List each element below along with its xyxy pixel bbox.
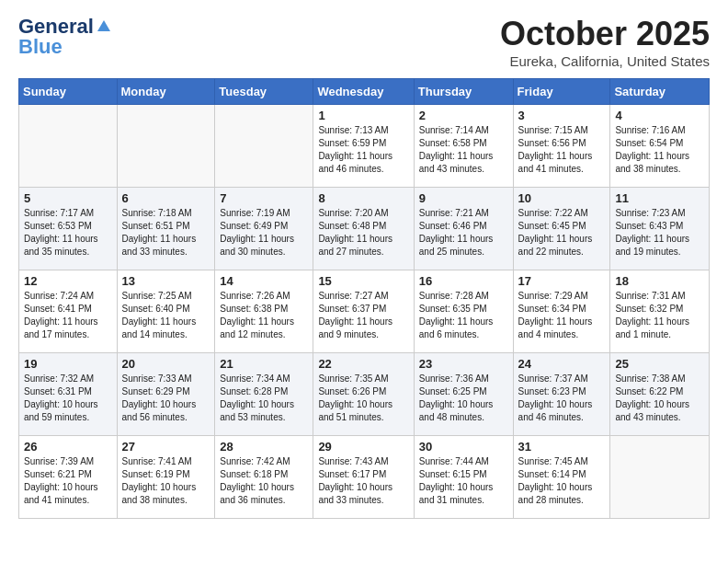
calendar-cell: 6Sunrise: 7:18 AM Sunset: 6:51 PM Daylig… bbox=[117, 188, 215, 270]
calendar-cell bbox=[215, 105, 313, 188]
calendar-cell: 2Sunrise: 7:14 AM Sunset: 6:58 PM Daylig… bbox=[414, 105, 513, 188]
day-info: Sunrise: 7:34 AM Sunset: 6:28 PM Dayligh… bbox=[220, 373, 308, 424]
col-thursday: Thursday bbox=[414, 79, 513, 105]
day-info: Sunrise: 7:35 AM Sunset: 6:26 PM Dayligh… bbox=[318, 373, 408, 424]
day-info: Sunrise: 7:26 AM Sunset: 6:38 PM Dayligh… bbox=[220, 290, 308, 341]
day-info: Sunrise: 7:45 AM Sunset: 6:14 PM Dayligh… bbox=[518, 455, 606, 507]
day-number: 2 bbox=[419, 109, 508, 122]
day-number: 1 bbox=[318, 109, 408, 122]
calendar-cell: 19Sunrise: 7:32 AM Sunset: 6:31 PM Dayli… bbox=[19, 353, 118, 436]
calendar-cell: 17Sunrise: 7:29 AM Sunset: 6:34 PM Dayli… bbox=[513, 270, 610, 353]
day-info: Sunrise: 7:18 AM Sunset: 6:51 PM Dayligh… bbox=[122, 207, 210, 259]
calendar-cell: 20Sunrise: 7:33 AM Sunset: 6:29 PM Dayli… bbox=[117, 353, 215, 436]
day-number: 14 bbox=[220, 274, 308, 288]
calendar-cell: 11Sunrise: 7:23 AM Sunset: 6:43 PM Dayli… bbox=[610, 188, 710, 270]
col-friday: Friday bbox=[513, 79, 610, 105]
logo: General Blue bbox=[18, 15, 112, 55]
col-saturday: Saturday bbox=[610, 79, 710, 105]
day-info: Sunrise: 7:33 AM Sunset: 6:29 PM Dayligh… bbox=[122, 373, 210, 424]
day-info: Sunrise: 7:13 AM Sunset: 6:59 PM Dayligh… bbox=[318, 124, 408, 176]
day-number: 31 bbox=[518, 440, 606, 454]
calendar-week-5: 26Sunrise: 7:39 AM Sunset: 6:21 PM Dayli… bbox=[19, 436, 710, 519]
day-number: 13 bbox=[122, 274, 210, 288]
col-monday: Monday bbox=[117, 79, 215, 105]
day-info: Sunrise: 7:16 AM Sunset: 6:54 PM Dayligh… bbox=[615, 124, 704, 176]
day-info: Sunrise: 7:23 AM Sunset: 6:43 PM Dayligh… bbox=[615, 207, 704, 259]
day-info: Sunrise: 7:15 AM Sunset: 6:56 PM Dayligh… bbox=[518, 124, 606, 176]
day-number: 20 bbox=[122, 357, 210, 371]
day-number: 12 bbox=[24, 274, 112, 288]
calendar-cell bbox=[117, 105, 215, 188]
title-block: October 2025 Eureka, California, United … bbox=[500, 15, 710, 69]
day-number: 29 bbox=[318, 440, 408, 454]
day-info: Sunrise: 7:44 AM Sunset: 6:15 PM Dayligh… bbox=[419, 455, 508, 507]
day-info: Sunrise: 7:20 AM Sunset: 6:48 PM Dayligh… bbox=[318, 207, 408, 259]
day-number: 26 bbox=[24, 440, 112, 454]
calendar-cell: 14Sunrise: 7:26 AM Sunset: 6:38 PM Dayli… bbox=[215, 270, 313, 353]
calendar-table: Sunday Monday Tuesday Wednesday Thursday… bbox=[18, 78, 710, 519]
calendar-cell: 24Sunrise: 7:37 AM Sunset: 6:23 PM Dayli… bbox=[513, 353, 610, 436]
calendar-cell: 15Sunrise: 7:27 AM Sunset: 6:37 PM Dayli… bbox=[313, 270, 414, 353]
calendar-cell: 29Sunrise: 7:43 AM Sunset: 6:17 PM Dayli… bbox=[313, 436, 414, 519]
calendar-cell: 27Sunrise: 7:41 AM Sunset: 6:19 PM Dayli… bbox=[117, 436, 215, 519]
day-info: Sunrise: 7:28 AM Sunset: 6:35 PM Dayligh… bbox=[419, 290, 508, 341]
day-info: Sunrise: 7:42 AM Sunset: 6:18 PM Dayligh… bbox=[220, 455, 308, 507]
calendar-week-4: 19Sunrise: 7:32 AM Sunset: 6:31 PM Dayli… bbox=[19, 353, 710, 436]
header: General Blue October 2025 Eureka, Califo… bbox=[18, 15, 710, 69]
day-number: 25 bbox=[615, 357, 704, 371]
calendar-cell: 31Sunrise: 7:45 AM Sunset: 6:14 PM Dayli… bbox=[513, 436, 610, 519]
calendar-cell: 5Sunrise: 7:17 AM Sunset: 6:53 PM Daylig… bbox=[19, 188, 118, 270]
day-info: Sunrise: 7:22 AM Sunset: 6:45 PM Dayligh… bbox=[518, 207, 606, 259]
svg-marker-0 bbox=[97, 20, 110, 31]
day-info: Sunrise: 7:37 AM Sunset: 6:23 PM Dayligh… bbox=[518, 373, 606, 424]
day-number: 27 bbox=[122, 440, 210, 454]
day-info: Sunrise: 7:29 AM Sunset: 6:34 PM Dayligh… bbox=[518, 290, 606, 341]
calendar-week-3: 12Sunrise: 7:24 AM Sunset: 6:41 PM Dayli… bbox=[19, 270, 710, 353]
day-number: 15 bbox=[318, 274, 408, 288]
day-number: 4 bbox=[615, 109, 704, 122]
day-number: 21 bbox=[220, 357, 308, 371]
day-info: Sunrise: 7:38 AM Sunset: 6:22 PM Dayligh… bbox=[615, 373, 704, 424]
calendar-cell: 18Sunrise: 7:31 AM Sunset: 6:32 PM Dayli… bbox=[610, 270, 710, 353]
calendar-cell: 30Sunrise: 7:44 AM Sunset: 6:15 PM Dayli… bbox=[414, 436, 513, 519]
day-info: Sunrise: 7:32 AM Sunset: 6:31 PM Dayligh… bbox=[24, 373, 112, 424]
calendar-cell: 25Sunrise: 7:38 AM Sunset: 6:22 PM Dayli… bbox=[610, 353, 710, 436]
day-info: Sunrise: 7:43 AM Sunset: 6:17 PM Dayligh… bbox=[318, 455, 408, 507]
day-info: Sunrise: 7:21 AM Sunset: 6:46 PM Dayligh… bbox=[419, 207, 508, 259]
day-number: 8 bbox=[318, 191, 408, 205]
day-info: Sunrise: 7:36 AM Sunset: 6:25 PM Dayligh… bbox=[419, 373, 508, 424]
day-number: 24 bbox=[518, 357, 606, 371]
day-info: Sunrise: 7:24 AM Sunset: 6:41 PM Dayligh… bbox=[24, 290, 112, 341]
calendar-cell: 4Sunrise: 7:16 AM Sunset: 6:54 PM Daylig… bbox=[610, 105, 710, 188]
day-info: Sunrise: 7:19 AM Sunset: 6:49 PM Dayligh… bbox=[220, 207, 308, 259]
day-number: 16 bbox=[419, 274, 508, 288]
day-number: 17 bbox=[518, 274, 606, 288]
day-number: 28 bbox=[220, 440, 308, 454]
day-number: 5 bbox=[24, 191, 112, 205]
calendar-title: October 2025 bbox=[500, 15, 710, 53]
day-number: 30 bbox=[419, 440, 508, 454]
calendar-week-1: 1Sunrise: 7:13 AM Sunset: 6:59 PM Daylig… bbox=[19, 105, 710, 188]
calendar-cell: 7Sunrise: 7:19 AM Sunset: 6:49 PM Daylig… bbox=[215, 188, 313, 270]
calendar-cell: 10Sunrise: 7:22 AM Sunset: 6:45 PM Dayli… bbox=[513, 188, 610, 270]
logo-blue: Blue bbox=[18, 39, 63, 55]
day-info: Sunrise: 7:27 AM Sunset: 6:37 PM Dayligh… bbox=[318, 290, 408, 341]
calendar-cell: 26Sunrise: 7:39 AM Sunset: 6:21 PM Dayli… bbox=[19, 436, 118, 519]
day-number: 11 bbox=[615, 191, 704, 205]
col-tuesday: Tuesday bbox=[215, 79, 313, 105]
logo-triangle-icon bbox=[96, 17, 112, 33]
day-info: Sunrise: 7:17 AM Sunset: 6:53 PM Dayligh… bbox=[24, 207, 112, 259]
day-number: 19 bbox=[24, 357, 112, 371]
calendar-cell: 28Sunrise: 7:42 AM Sunset: 6:18 PM Dayli… bbox=[215, 436, 313, 519]
page: General Blue October 2025 Eureka, Califo… bbox=[0, 0, 728, 563]
calendar-cell: 12Sunrise: 7:24 AM Sunset: 6:41 PM Dayli… bbox=[19, 270, 118, 353]
day-info: Sunrise: 7:31 AM Sunset: 6:32 PM Dayligh… bbox=[615, 290, 704, 341]
calendar-cell: 22Sunrise: 7:35 AM Sunset: 6:26 PM Dayli… bbox=[313, 353, 414, 436]
day-number: 3 bbox=[518, 109, 606, 122]
day-number: 23 bbox=[419, 357, 508, 371]
calendar-cell: 8Sunrise: 7:20 AM Sunset: 6:48 PM Daylig… bbox=[313, 188, 414, 270]
col-wednesday: Wednesday bbox=[313, 79, 414, 105]
day-number: 22 bbox=[318, 357, 408, 371]
day-info: Sunrise: 7:41 AM Sunset: 6:19 PM Dayligh… bbox=[122, 455, 210, 507]
calendar-cell: 13Sunrise: 7:25 AM Sunset: 6:40 PM Dayli… bbox=[117, 270, 215, 353]
